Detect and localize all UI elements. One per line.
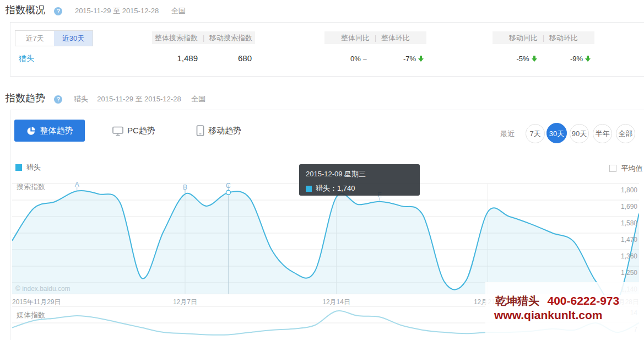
stat-header-overall-compare: 整体同比 | 整体环比 <box>324 31 426 44</box>
overview-region: 全国 <box>171 7 186 15</box>
stat-header-search: 整体搜索指数 | 移动搜索指数 <box>152 31 255 44</box>
col-header-mobile-mom: 移动环比 <box>549 33 578 43</box>
tab-last-7-days[interactable]: 近7天 <box>15 31 54 46</box>
trend-flat-icon: – <box>363 55 367 63</box>
keyword-link[interactable]: 猎头 <box>19 54 34 64</box>
chip-all[interactable]: 全部 <box>616 124 635 143</box>
stat-value: -9% <box>570 55 583 63</box>
trend-keyword: 猎头 <box>74 95 88 103</box>
stat-mobile-yoy: -5% <box>507 55 546 63</box>
stat-overall-yoy: 0% – <box>339 55 378 63</box>
chip-half-year[interactable]: 半年 <box>593 124 612 143</box>
watermark-overlay: 乾坤猎头 400-6222-973 www.qiankunlt.com <box>485 282 644 340</box>
overview-range-tabs: 近7天 近30天 <box>15 30 93 46</box>
col-header-mobile-yoy: 移动同比 <box>509 33 538 43</box>
chip-30-days[interactable]: 30天 <box>546 123 567 143</box>
svg-text:A: A <box>75 181 79 188</box>
watermark-company-line: 乾坤猎头 400-6222-973 <box>495 294 619 309</box>
tooltip-date: 2015-12-09 星期三 <box>306 169 413 179</box>
tab-mobile-trend[interactable]: 移动趋势 <box>196 125 241 136</box>
legend-series-label: 猎头 <box>26 163 41 172</box>
chip-90-days[interactable]: 90天 <box>570 124 589 143</box>
tab-overall-trend-label: 整体趋势 <box>40 126 73 136</box>
tab-overall-trend[interactable]: 整体趋势 <box>14 120 85 142</box>
average-checkbox-label: 平均值 <box>621 164 642 172</box>
stat-total-search-value: 1,489 <box>158 53 198 63</box>
stat-mobile-search-value: 680 <box>212 53 252 63</box>
tab-pc-trend[interactable]: PC趋势 <box>112 126 155 136</box>
tab-mobile-trend-label: 移动趋势 <box>208 126 241 136</box>
stat-overall-mom: -7% <box>393 55 434 63</box>
down-arrow-icon <box>585 56 591 62</box>
pie-chart-icon <box>26 126 36 136</box>
search-index-chart[interactable]: ABCE <box>12 179 639 295</box>
col-header-overall-yoy: 整体同比 <box>341 33 370 43</box>
series-color-swatch <box>306 186 312 192</box>
col-header-total-search: 整体搜索指数 <box>155 33 198 43</box>
mobile-icon <box>196 125 204 136</box>
series-color-swatch <box>15 164 22 171</box>
baidu-index-page: 指数概况 ? 2015-11-29 至 2015-12-28 全国 近7天 近3… <box>0 0 644 340</box>
header-divider: | <box>370 34 381 42</box>
monitor-icon <box>112 126 123 136</box>
svg-text:C: C <box>226 182 231 190</box>
overview-title: 指数概况 <box>6 4 45 15</box>
trend-section-header: 指数趋势 ? 猎头 2015-11-29 至 2015-12-28 全国 <box>6 91 205 105</box>
col-header-overall-mom: 整体环比 <box>381 33 410 43</box>
overview-date-range: 2015-11-29 至 2015-12-28 <box>75 7 159 15</box>
trend-date-range: 2015-11-29 至 2015-12-28 <box>97 95 181 103</box>
watermark-company: 乾坤猎头 <box>495 295 539 307</box>
tooltip-series-row: 猎头：1,740 <box>306 184 413 193</box>
recent-label: 最近 <box>500 129 515 139</box>
stat-mobile-mom: -9% <box>560 55 601 63</box>
header-divider: | <box>198 34 209 42</box>
average-checkbox[interactable] <box>609 165 616 172</box>
trend-title: 指数趋势 <box>6 93 45 104</box>
watermark-phone: 400-6222-973 <box>547 294 619 307</box>
stat-value: -5% <box>516 55 529 63</box>
tab-last-30-days[interactable]: 近30天 <box>54 31 93 46</box>
help-icon[interactable]: ? <box>54 95 62 104</box>
chart-tooltip: 2015-12-09 星期三 猎头：1,740 <box>299 164 420 196</box>
chip-7-days[interactable]: 7天 <box>526 124 545 143</box>
average-toggle[interactable]: 平均值 <box>609 163 642 174</box>
header-divider: | <box>538 34 549 42</box>
watermark-website: www.qiankunlt.com <box>494 309 602 322</box>
media-index-panel-label: 媒体指数 <box>17 310 45 320</box>
down-arrow-icon <box>532 56 537 62</box>
col-header-mobile-search: 移动搜索指数 <box>209 33 252 43</box>
help-icon[interactable]: ? <box>54 7 62 15</box>
overview-section-header: 指数概况 ? 2015-11-29 至 2015-12-28 全国 <box>6 3 186 17</box>
down-arrow-icon <box>418 56 424 62</box>
overview-card: 近7天 近30天 猎头 整体搜索指数 | 移动搜索指数 整体同比 | 整体环比 … <box>10 22 644 77</box>
tooltip-series-value: 猎头：1,740 <box>316 184 355 193</box>
stat-value: -7% <box>403 55 416 63</box>
svg-text:B: B <box>183 184 187 191</box>
tab-pc-trend-label: PC趋势 <box>127 126 155 136</box>
trend-region: 全国 <box>191 95 205 103</box>
stat-value: 0% <box>350 55 361 63</box>
stat-header-mobile-compare: 移动同比 | 移动环比 <box>493 31 594 44</box>
legend-item[interactable]: 猎头 <box>15 163 41 172</box>
